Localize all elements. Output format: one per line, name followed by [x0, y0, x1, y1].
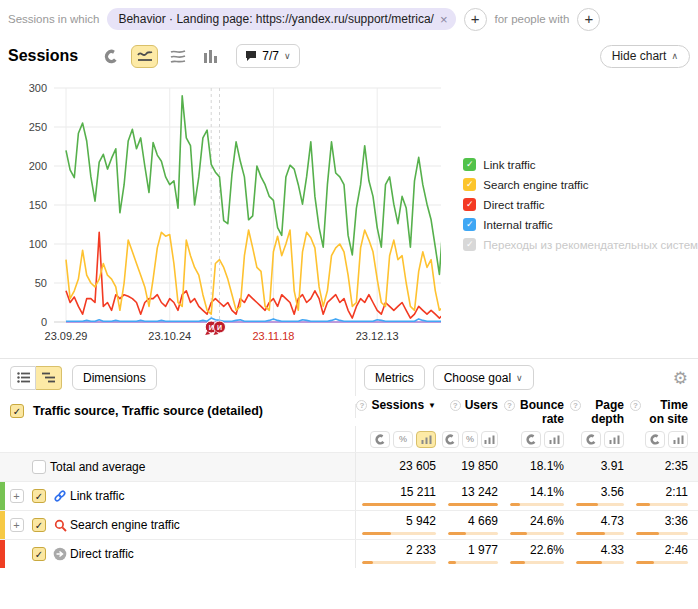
- column-header-sessions[interactable]: ?Sessions▼: [356, 399, 442, 413]
- legend-checkbox-icon[interactable]: ✓: [463, 178, 476, 191]
- row-checkbox[interactable]: ✓: [32, 489, 46, 503]
- expand-row-button[interactable]: +: [10, 518, 24, 532]
- metric-value: 4.73: [601, 515, 624, 528]
- row-label: Direct traffic: [70, 547, 134, 561]
- column-header-users[interactable]: ?Users: [442, 399, 504, 413]
- donut-chart-icon[interactable]: [98, 45, 125, 68]
- metric-value: 1 977: [468, 544, 498, 557]
- pie-toggle-icon[interactable]: [645, 431, 665, 448]
- list-view-icon[interactable]: [10, 366, 36, 390]
- help-icon[interactable]: ?: [450, 400, 461, 411]
- metric-cell: 1 977: [442, 544, 504, 563]
- legend-checkbox-icon[interactable]: ✓: [463, 238, 476, 251]
- metric-cell: 2:46: [630, 544, 694, 563]
- metric-bar: [448, 503, 498, 506]
- link-icon: [50, 489, 70, 503]
- percent-toggle-icon[interactable]: %: [393, 431, 413, 448]
- metric-bar: [362, 532, 436, 535]
- row-label: Link traffic: [70, 489, 124, 503]
- add-people-filter-button[interactable]: +: [577, 8, 600, 31]
- metric-value: 2 233: [406, 544, 436, 557]
- legend-checkbox-icon[interactable]: ✓: [463, 198, 476, 211]
- legend-item[interactable]: ✓Search engine traffic: [463, 178, 698, 191]
- metric-bar: [576, 503, 624, 506]
- expand-row-button[interactable]: +: [10, 489, 24, 503]
- metric-display-toggles: [630, 431, 694, 448]
- y-axis-tick: 300: [29, 82, 47, 94]
- dimensions-button[interactable]: Dimensions: [72, 365, 157, 390]
- metric-cell: 24.6%: [504, 515, 570, 534]
- column-header-bounce-rate[interactable]: ?Bounce rate: [504, 399, 570, 427]
- metric-value: 3.91: [601, 460, 624, 473]
- legend-item[interactable]: ✓Переходы из рекомендательных систем: [463, 238, 698, 251]
- legend-checkbox-icon[interactable]: ✓: [463, 218, 476, 231]
- segments-dropdown[interactable]: 7/7 ∨: [236, 44, 299, 68]
- svg-text:И: И: [209, 324, 214, 331]
- pie-toggle-icon[interactable]: [521, 431, 541, 448]
- metric-value: 22.6%: [530, 544, 564, 557]
- y-axis-tick: 250: [29, 121, 47, 133]
- bars-toggle-icon[interactable]: [416, 431, 436, 448]
- help-icon[interactable]: ?: [504, 400, 515, 411]
- dimension-header-cell: ✓ Traffic source, Traffic source (detail…: [0, 404, 356, 418]
- metric-value: 4.33: [601, 544, 624, 557]
- line-chart-icon[interactable]: [131, 45, 158, 68]
- people-filter-label: for people with: [495, 13, 570, 25]
- column-header-time-on-site[interactable]: ?Time on site: [630, 399, 694, 427]
- select-all-checkbox[interactable]: ✓: [10, 404, 24, 418]
- filter-chip-text: Behavior · Landing page: https://yandex.…: [118, 12, 434, 26]
- sessions-line-chart[interactable]: 05010015020025030023.09.2923.10.2423.11.…: [4, 74, 441, 356]
- metrics-button[interactable]: Metrics: [364, 365, 425, 390]
- x-axis-tick: 23.10.24: [148, 330, 191, 342]
- help-icon[interactable]: ?: [630, 400, 641, 411]
- bars-toggle-icon[interactable]: [544, 431, 564, 448]
- stacked-areas-icon[interactable]: [164, 45, 191, 68]
- filter-chip[interactable]: Behavior · Landing page: https://yandex.…: [107, 8, 455, 30]
- x-axis-tick: 23.12.13: [356, 330, 399, 342]
- gear-icon[interactable]: ⚙: [673, 368, 688, 388]
- table-row[interactable]: +✓Search engine traffic5 9424 66924.6%4.…: [0, 510, 698, 539]
- pie-toggle-icon[interactable]: [442, 431, 459, 448]
- percent-toggle-icon[interactable]: %: [462, 431, 479, 448]
- metric-cell: 14.1%: [504, 486, 570, 505]
- bars-toggle-icon[interactable]: [668, 431, 688, 448]
- chart-note-marker[interactable]: И: [214, 321, 226, 335]
- help-icon[interactable]: ?: [570, 400, 581, 411]
- total-row[interactable]: Total and average23 60519 85018.1%3.912:…: [0, 452, 698, 481]
- legend-item[interactable]: ✓Link traffic: [463, 158, 698, 171]
- legend-checkbox-icon[interactable]: ✓: [463, 158, 476, 171]
- metric-value: 14.1%: [530, 486, 564, 499]
- row-checkbox[interactable]: ✓: [32, 547, 46, 561]
- legend-item[interactable]: ✓Direct traffic: [463, 198, 698, 211]
- row-checkbox[interactable]: [32, 460, 46, 474]
- help-icon[interactable]: ?: [356, 400, 367, 411]
- metric-display-toggles: %: [356, 431, 442, 448]
- tree-view-icon[interactable]: [36, 366, 62, 390]
- comment-flag-icon: [245, 50, 257, 62]
- column-chart-icon[interactable]: [197, 45, 224, 68]
- legend-item[interactable]: ✓Internal traffic: [463, 218, 698, 231]
- pie-toggle-icon[interactable]: [370, 431, 390, 448]
- choose-goal-button[interactable]: Choose goal ∨: [433, 365, 534, 390]
- column-header-label: Bounce rate: [519, 399, 564, 427]
- chevron-down-icon: ∨: [284, 51, 291, 61]
- bars-toggle-icon[interactable]: [604, 431, 624, 448]
- column-header-page-depth[interactable]: ?Page depth: [570, 399, 630, 427]
- row-checkbox[interactable]: ✓: [32, 518, 46, 532]
- chip-close-icon[interactable]: ×: [440, 13, 448, 26]
- row-color-strip: [0, 453, 5, 481]
- add-session-filter-button[interactable]: +: [464, 8, 487, 31]
- table-row[interactable]: +✓Link traffic15 21113 24214.1%3.562:11: [0, 481, 698, 510]
- chart-header: Sessions 7/7 ∨ Hide chart ∧: [0, 34, 698, 70]
- y-axis-tick: 200: [29, 160, 47, 172]
- chevron-up-icon: ∧: [671, 51, 678, 61]
- bars-toggle-icon[interactable]: [481, 431, 498, 448]
- metric-column-toggles: %%: [356, 426, 698, 452]
- table-body: Total and average23 60519 85018.1%3.912:…: [0, 452, 698, 568]
- hide-chart-button[interactable]: Hide chart ∧: [600, 45, 690, 68]
- table-row[interactable]: ✓Direct traffic2 2331 97722.6%4.332:46: [0, 539, 698, 568]
- pie-toggle-icon[interactable]: [581, 431, 601, 448]
- chart-legend: ✓Link traffic✓Search engine traffic✓Dire…: [463, 158, 698, 356]
- metric-cell: 23 605: [356, 460, 442, 473]
- segments-count: 7/7: [262, 49, 279, 63]
